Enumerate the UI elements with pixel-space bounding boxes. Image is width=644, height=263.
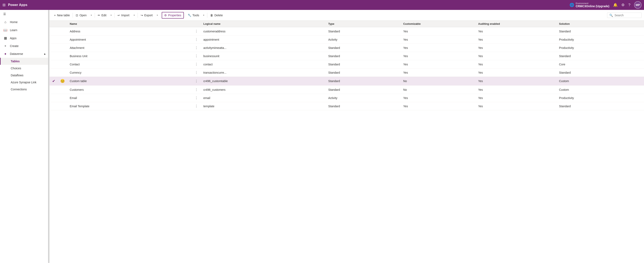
table-row[interactable]: Address⋮customeraddressStandardYesYesSta… <box>50 27 644 36</box>
row-context-menu[interactable]: ⋮ <box>192 77 201 86</box>
tools-icon: 🔧 <box>188 14 191 17</box>
export-dropdown-button[interactable]: ▾ <box>155 13 160 18</box>
row-type: Standard <box>326 60 400 68</box>
row-checkbox[interactable]: ✔ <box>50 77 58 86</box>
search-input[interactable] <box>614 14 639 17</box>
row-context-menu[interactable]: ⋮ <box>192 44 201 52</box>
row-context-menu[interactable]: ⋮ <box>192 102 201 110</box>
table-row[interactable]: Email Template⋮templateStandardYesYesSta… <box>50 102 644 110</box>
main-content: Name Logical name Type Customizable Audi… <box>50 21 644 263</box>
row-checkbox[interactable] <box>50 44 58 52</box>
open-button[interactable]: ⊡ Open <box>74 12 88 18</box>
row-logical-name: businessunit <box>201 52 326 60</box>
user-avatar[interactable]: MP <box>634 1 642 9</box>
row-checkbox[interactable] <box>50 60 58 68</box>
ellipsis-icon[interactable]: ⋮ <box>195 38 198 41</box>
sidebar-sub-item-connections[interactable]: Connections <box>0 86 49 93</box>
row-checkbox[interactable] <box>50 52 58 60</box>
notifications-button[interactable]: 🔔 <box>613 3 618 7</box>
chevron-down-icon: ▾ <box>91 14 92 16</box>
table-row[interactable]: Email⋮emailActivityYesYesProductivity <box>50 94 644 102</box>
table-row[interactable]: Customers⋮cr496_customersStandardNoYesCu… <box>50 86 644 94</box>
sidebar-item-dataverse[interactable]: ● Dataverse ▲ <box>0 50 49 58</box>
row-customizable: Yes <box>401 68 476 77</box>
table-row[interactable]: Business Unit⋮businessunitStandardYesYes… <box>50 52 644 60</box>
row-context-menu[interactable]: ⋮ <box>192 36 201 44</box>
ellipsis-icon[interactable]: ⋮ <box>195 88 198 92</box>
ellipsis-icon[interactable]: ⋮ <box>195 104 198 108</box>
new-table-button[interactable]: + New table <box>52 12 72 18</box>
row-context-menu[interactable]: ⋮ <box>192 60 201 68</box>
export-button[interactable]: ↪ Export <box>138 12 155 18</box>
sidebar-sub-item-tables-label: Tables <box>11 60 20 63</box>
row-auditing: Yes <box>476 77 556 86</box>
grid-icon[interactable]: ⊞ <box>2 3 6 7</box>
ellipsis-icon[interactable]: ⋮ <box>195 71 198 74</box>
row-customizable: Yes <box>401 94 476 102</box>
row-emoji <box>58 102 67 110</box>
ellipsis-icon[interactable]: ⋮ <box>195 30 198 33</box>
row-context-menu[interactable]: ⋮ <box>192 27 201 36</box>
row-checkbox[interactable] <box>50 86 58 94</box>
row-checkbox[interactable] <box>50 36 58 44</box>
row-checkbox[interactable] <box>50 102 58 110</box>
table-row[interactable]: Appointment⋮appointmentActivityYesYesPro… <box>50 36 644 44</box>
row-checkbox[interactable] <box>50 27 58 36</box>
row-context-menu[interactable]: ⋮ <box>192 52 201 60</box>
ellipsis-icon[interactable]: ⋮ <box>195 46 198 50</box>
sidebar-menu-button[interactable]: ☰ <box>0 10 49 18</box>
sidebar-item-learn[interactable]: 📖 Learn <box>0 26 49 34</box>
tools-button[interactable]: 🔧 Tools <box>186 12 201 18</box>
edit-button[interactable]: ✏ Edit <box>96 12 108 18</box>
row-context-menu[interactable]: ⋮ <box>192 68 201 77</box>
delete-label: Delete <box>214 14 222 17</box>
toolbar-divider-6 <box>184 13 185 18</box>
sidebar-item-create-label: Create <box>10 44 18 48</box>
ellipsis-icon[interactable]: ⋮ <box>195 80 198 83</box>
learn-icon: 📖 <box>3 28 8 32</box>
sidebar-item-apps[interactable]: ▦ Apps <box>0 34 49 42</box>
ellipsis-icon[interactable]: ⋮ <box>195 62 198 66</box>
row-logical-name: template <box>201 102 326 110</box>
row-context-menu[interactable]: ⋮ <box>192 86 201 94</box>
ellipsis-icon[interactable]: ⋮ <box>195 54 198 58</box>
topbar-right: 🌐 Environment CRMC3Online (Upgrade) 🔔 ⚙ … <box>570 1 642 9</box>
import-dropdown-button[interactable]: ▾ <box>132 13 137 18</box>
row-solution: Custom <box>556 86 644 94</box>
row-emoji <box>58 27 67 36</box>
table-row[interactable]: ✔😊Custom table⋮cr496_customtableStandard… <box>50 77 644 86</box>
properties-button[interactable]: ⚙ Properties <box>162 12 184 18</box>
ellipsis-icon[interactable]: ⋮ <box>195 96 198 100</box>
row-solution: Standard <box>556 68 644 77</box>
edit-dropdown-button[interactable]: ▾ <box>108 13 114 18</box>
row-solution: Standard <box>556 52 644 60</box>
properties-label: Properties <box>168 14 181 17</box>
table-row[interactable]: Currency⋮transactioncurre...StandardYesY… <box>50 68 644 77</box>
import-button[interactable]: ↩ Import <box>116 12 132 18</box>
properties-icon: ⚙ <box>164 14 167 17</box>
edit-label: Edit <box>102 14 106 17</box>
sidebar-sub-item-azure-synapse[interactable]: Azure Synapse Link <box>0 79 49 86</box>
sidebar-sub-item-tables[interactable]: Tables <box>0 58 49 65</box>
globe-icon: 🌐 <box>570 3 574 7</box>
table-row[interactable]: Attachment⋮activitymimeatta...StandardYe… <box>50 44 644 52</box>
help-button[interactable]: ? <box>628 3 630 7</box>
open-dropdown-button[interactable]: ▾ <box>89 13 94 18</box>
row-context-menu[interactable]: ⋮ <box>192 94 201 102</box>
settings-button[interactable]: ⚙ <box>621 3 624 7</box>
row-name: Email <box>67 94 192 102</box>
row-name: Email Template <box>67 102 192 110</box>
table-row[interactable]: Contact⋮contactStandardYesYesCore <box>50 60 644 68</box>
row-checkbox[interactable] <box>50 94 58 102</box>
sidebar-sub-item-choices[interactable]: Choices <box>0 65 49 72</box>
sidebar-item-create[interactable]: + Create <box>0 42 49 50</box>
delete-button[interactable]: 🗑 Delete <box>208 12 225 18</box>
sidebar-sub-item-dataflows[interactable]: Dataflows <box>0 72 49 79</box>
tools-dropdown-button[interactable]: ▾ <box>201 13 206 18</box>
row-name: Contact <box>67 60 192 68</box>
open-icon: ⊡ <box>76 14 78 17</box>
row-checkbox[interactable] <box>50 68 58 77</box>
sidebar-item-home[interactable]: ⌂ Home <box>0 18 49 26</box>
row-customizable: Yes <box>401 36 476 44</box>
row-type: Standard <box>326 27 400 36</box>
